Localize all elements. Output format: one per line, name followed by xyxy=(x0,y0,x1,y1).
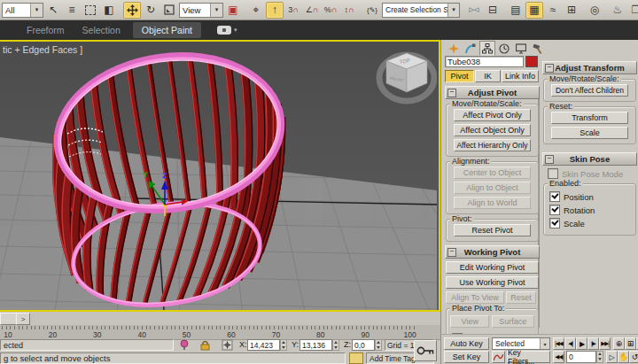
time-slider[interactable]: > xyxy=(0,312,440,326)
reset-scale-button[interactable]: Scale xyxy=(551,127,628,139)
track-bar[interactable]: 102030405060708090100 xyxy=(0,325,440,340)
percent-snap-button[interactable]: %∩ xyxy=(322,2,339,19)
spinner-snap-button[interactable]: ↕∩ xyxy=(340,2,358,19)
go-to-end-button[interactable]: ▶▶| xyxy=(599,337,611,350)
manage-layers-button[interactable]: ▤ xyxy=(507,2,525,19)
rollout-skin-pose[interactable]: − Skin Pose xyxy=(542,152,637,166)
affect-pivot-only-button[interactable]: Affect Pivot Only xyxy=(454,109,531,121)
time-slider-handle[interactable] xyxy=(0,313,17,325)
snap-toggle-3d-button[interactable]: 3∩ xyxy=(284,2,302,19)
select-object-button[interactable]: ↖ xyxy=(44,2,62,19)
mirror-button[interactable]: ▷◁ xyxy=(465,2,483,19)
scale-checkbox[interactable] xyxy=(549,218,560,228)
field-of-view-button[interactable]: ▷ xyxy=(606,351,618,363)
key-mode-toggle-button[interactable]: ◀◀| xyxy=(553,351,564,363)
next-frame-button[interactable]: |▶ xyxy=(587,337,599,350)
reset-transform-button[interactable]: Transform xyxy=(551,112,628,124)
affect-hierarchy-only-button[interactable]: Affect Hierarchy Only xyxy=(454,139,531,151)
select-and-scale-button[interactable] xyxy=(160,2,178,19)
selection-filter-dropdown[interactable]: All ▾ xyxy=(2,3,43,18)
tab-modify[interactable] xyxy=(463,41,478,56)
collapse-icon[interactable]: − xyxy=(447,89,456,97)
zoom-button[interactable]: ⊕ xyxy=(613,337,625,350)
material-editor-button[interactable]: ◎ xyxy=(586,2,603,19)
set-key-button[interactable]: Set Key xyxy=(444,351,489,363)
render-setup-button[interactable]: ♨ xyxy=(609,2,626,19)
chevron-down-icon[interactable]: ▾ xyxy=(447,4,459,17)
key-filters-button[interactable]: Key Filters... xyxy=(507,351,550,363)
collapse-icon[interactable]: − xyxy=(447,248,456,257)
reference-coordinate-dropdown[interactable]: View ▾ xyxy=(179,3,223,18)
link-info-mode-button[interactable]: Link Info xyxy=(502,70,539,82)
z-coord-field[interactable]: 0,0 xyxy=(352,339,375,351)
tab-hierarchy[interactable] xyxy=(479,41,495,56)
toggle-layer-explorer-button[interactable]: ▦ xyxy=(525,2,543,19)
select-and-rotate-button[interactable]: ↻ xyxy=(142,2,160,19)
object-color-swatch[interactable] xyxy=(525,56,538,67)
align-to-world-button[interactable]: Align to World xyxy=(454,197,531,209)
set-keys-button[interactable] xyxy=(414,340,437,361)
object-name-field[interactable]: Tube038 xyxy=(445,56,524,67)
z-spinner[interactable] xyxy=(375,339,382,351)
chevron-down-icon[interactable]: ▾ xyxy=(234,27,237,34)
orbit-button[interactable]: ↺ xyxy=(629,351,638,363)
window-crossing-button[interactable]: ◧ xyxy=(100,2,118,19)
rendered-frame-window-button[interactable]: ❐ xyxy=(627,2,638,19)
default-in-out-tangents-button[interactable] xyxy=(492,351,505,363)
dont-affect-children-button[interactable]: Don't Affect Children xyxy=(551,84,628,97)
select-and-move-button[interactable] xyxy=(123,2,141,19)
viewport-canvas[interactable]: Y Z TOP FRONT xyxy=(0,42,437,310)
pan-button[interactable]: ✋ xyxy=(618,351,629,363)
keyboard-shortcut-override-button[interactable]: ↑ xyxy=(266,2,284,19)
reset-pivot-button[interactable]: Reset Pivot xyxy=(454,224,531,236)
view-cube[interactable]: TOP FRONT xyxy=(379,53,434,101)
selection-region-button[interactable] xyxy=(82,2,99,19)
angle-snap-button[interactable]: ∠∩ xyxy=(303,2,321,19)
collapse-icon[interactable]: − xyxy=(545,155,554,164)
perspective-viewport[interactable]: Y Z TOP FRONT xyxy=(0,40,440,312)
select-by-name-button[interactable]: ≡ xyxy=(63,2,81,19)
curve-editor-button[interactable]: ≈ xyxy=(544,2,562,19)
collapse-icon[interactable]: − xyxy=(545,64,554,73)
reset-button[interactable]: Reset xyxy=(506,291,536,304)
previous-frame-button[interactable]: ◀| xyxy=(564,337,576,350)
y-spinner[interactable] xyxy=(332,339,339,351)
chevron-down-icon[interactable]: ▾ xyxy=(30,4,43,17)
edit-named-selection-sets-button[interactable]: {✎} xyxy=(363,2,381,19)
pivot-mode-button[interactable]: Pivot xyxy=(445,70,474,82)
tab-motion[interactable] xyxy=(496,41,512,56)
next-frame-button[interactable]: > xyxy=(16,313,30,325)
tab-create[interactable] xyxy=(446,41,462,56)
absolute-mode-icon[interactable] xyxy=(222,339,234,351)
schematic-view-button[interactable]: ⊞ xyxy=(563,2,580,19)
tab-selection[interactable]: Selection xyxy=(74,22,129,38)
affect-object-only-button[interactable]: Affect Object Only xyxy=(454,124,531,136)
zoom-all-button[interactable]: ⊞ xyxy=(625,337,636,350)
ribbon-minimize-icon[interactable] xyxy=(217,26,231,35)
align-button[interactable]: ⊟ xyxy=(484,2,502,19)
play-button[interactable]: ▶ xyxy=(576,337,587,350)
isolate-selection-icon[interactable] xyxy=(178,339,191,351)
edit-working-pivot-button[interactable]: Edit Working Pivot xyxy=(446,261,539,274)
align-to-object-button[interactable]: Align to Object xyxy=(454,182,531,194)
use-working-pivot-button[interactable]: Use Working Pivot xyxy=(446,276,539,289)
x-coord-field[interactable]: 14,423 xyxy=(247,339,280,351)
status-toggle-icon[interactable] xyxy=(349,352,363,364)
rollout-adjust-transform[interactable]: − Adjust Transform xyxy=(542,61,637,74)
go-to-start-button[interactable]: |◀◀ xyxy=(553,337,564,350)
rollout-adjust-pivot[interactable]: − Adjust Pivot xyxy=(445,86,540,99)
selection-lock-icon[interactable] xyxy=(199,339,211,351)
use-pivot-point-center-button[interactable]: ▣ xyxy=(224,2,242,19)
rollout-working-pivot[interactable]: − Working Pivot xyxy=(445,245,540,259)
surface-button[interactable]: Surface xyxy=(492,315,534,328)
select-and-manipulate-button[interactable]: ⌖ xyxy=(247,2,265,19)
chevron-down-icon[interactable]: ▾ xyxy=(210,4,222,17)
current-frame-field[interactable]: 0 xyxy=(566,351,596,363)
y-coord-field[interactable]: 13,136 xyxy=(300,339,332,351)
auto-key-button[interactable]: Auto Key xyxy=(444,337,489,350)
frame-spinner[interactable] xyxy=(596,351,603,363)
tab-object-paint[interactable]: Object Paint xyxy=(133,22,201,38)
named-selection-sets-dropdown[interactable]: Create Selection Se ▾ xyxy=(382,3,460,18)
ik-mode-button[interactable]: IK xyxy=(475,70,501,82)
skin-pose-mode-checkbox[interactable] xyxy=(548,168,558,179)
